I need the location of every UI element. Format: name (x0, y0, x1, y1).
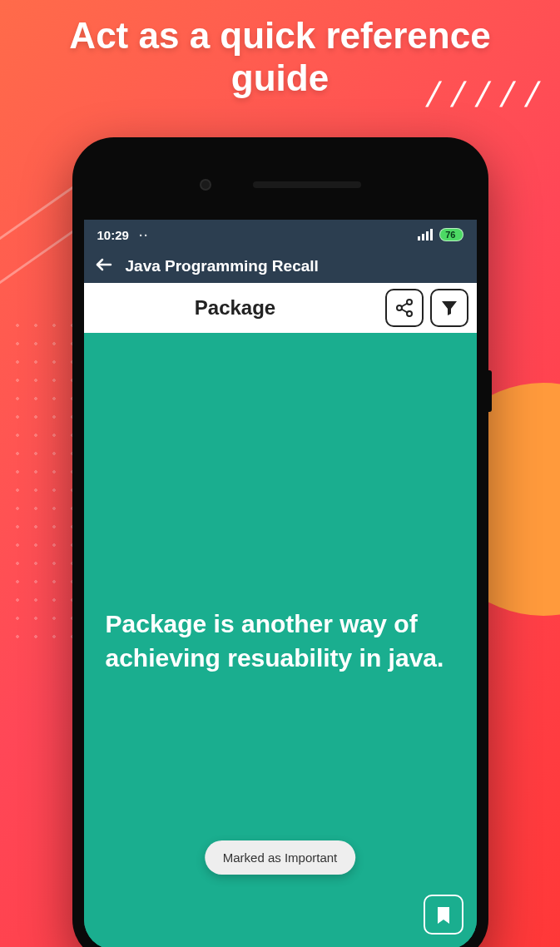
battery-indicator: 76 (439, 228, 463, 241)
toast-message: Marked as Important (205, 840, 356, 875)
svg-line-4 (401, 310, 407, 313)
share-icon (394, 298, 414, 318)
flashcard-text: Package is another way of achieving resu… (106, 607, 455, 675)
bookmark-icon (434, 904, 453, 925)
topic-bar: Package (84, 283, 477, 333)
app-bar-title: Java Programming Recall (126, 257, 319, 275)
phone-camera (200, 179, 211, 191)
svg-line-5 (401, 304, 407, 307)
app-bar: Java Programming Recall (84, 250, 477, 283)
promo-headline: Act as a quick reference guide (0, 15, 560, 99)
flashcard-area[interactable]: Package is another way of achieving resu… (84, 333, 477, 947)
phone-speaker (253, 181, 361, 188)
status-time: 10:29 (97, 228, 129, 242)
phone-screen: 10:29 ·· 76 Java Programming Recall Pack… (84, 220, 477, 947)
signal-icon (418, 229, 433, 240)
back-arrow-icon[interactable] (94, 255, 114, 278)
topic-title: Package (92, 296, 379, 320)
funnel-icon (439, 298, 459, 318)
share-button[interactable] (385, 289, 424, 327)
filter-button[interactable] (430, 289, 468, 327)
phone-top-bezel (84, 149, 477, 220)
phone-frame: 10:29 ·· 76 Java Programming Recall Pack… (72, 137, 488, 947)
bookmark-button[interactable] (424, 895, 463, 935)
status-notification-dots: ·· (139, 228, 149, 242)
phone-side-button (488, 370, 492, 412)
status-bar: 10:29 ·· 76 (84, 220, 477, 250)
